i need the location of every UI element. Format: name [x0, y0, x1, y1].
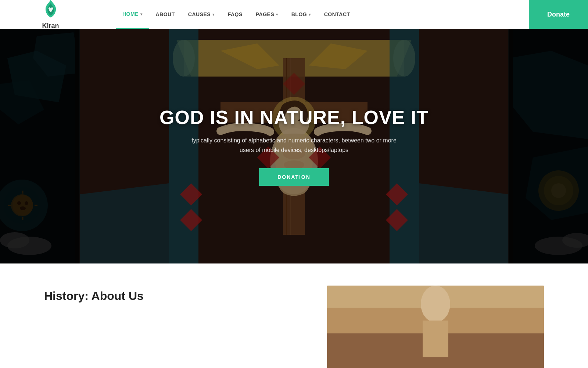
section-title: History: About Us	[44, 289, 305, 303]
hero-left-panel	[0, 29, 79, 263]
nav-home[interactable]: HOME ▾	[116, 0, 149, 29]
nav-causes[interactable]: CAUSES ▾	[182, 0, 221, 29]
hero-right-panel	[509, 29, 588, 263]
donation-button[interactable]: DONATION	[259, 168, 329, 186]
nav-about[interactable]: ABOUT	[149, 0, 182, 29]
hero-section: GOD IS IN NATURE, LOVE IT typically cons…	[0, 29, 588, 263]
causes-chevron-icon: ▾	[212, 13, 215, 17]
blog-chevron-icon: ▾	[309, 13, 311, 17]
nav-faqs[interactable]: FAQS	[221, 0, 249, 29]
nav-pages[interactable]: PAGES ▾	[249, 0, 285, 29]
below-left-content: History: About Us	[44, 286, 305, 303]
nav-contact[interactable]: CONTACT	[318, 0, 357, 29]
below-right-image	[327, 286, 544, 368]
logo-area: Kiran	[0, 0, 101, 29]
svg-rect-60	[423, 321, 448, 357]
below-hero-section: History: About Us	[0, 263, 588, 368]
hero-subtitle: typically consisting of alphabetic and n…	[184, 136, 404, 155]
donate-button[interactable]: Donate	[529, 0, 588, 29]
hero-content: GOD IS IN NATURE, LOVE IT typically cons…	[0, 29, 588, 263]
svg-point-59	[421, 286, 450, 322]
home-chevron-icon: ▾	[140, 12, 143, 16]
header: Kiran HOME ▾ ABOUT CAUSES ▾ FAQS PAGES ▾…	[0, 0, 588, 29]
pages-chevron-icon: ▾	[276, 13, 278, 17]
logo-flame-icon	[42, 0, 60, 21]
main-nav: HOME ▾ ABOUT CAUSES ▾ FAQS PAGES ▾ BLOG …	[101, 0, 529, 29]
nav-blog[interactable]: BLOG ▾	[285, 0, 318, 29]
hero-title: GOD IS IN NATURE, LOVE IT	[159, 106, 429, 128]
logo[interactable]: Kiran	[42, 0, 60, 30]
logo-text: Kiran	[42, 22, 59, 30]
about-image	[327, 286, 544, 368]
